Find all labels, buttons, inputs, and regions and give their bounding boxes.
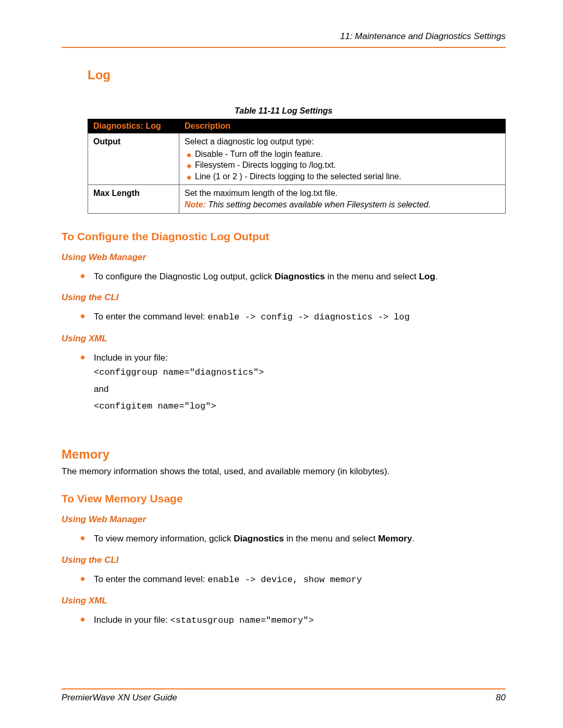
section-heading-memory: Memory — [62, 447, 506, 462]
text: To configure the Diagnostic Log output, … — [94, 272, 275, 281]
table-row: Output Select a diagnostic log output ty… — [88, 133, 506, 185]
table-caption: Table 11-11 Log Settings — [62, 106, 506, 116]
bold-text: Diagnostics — [234, 534, 284, 544]
list-item: Include in your file: — [80, 351, 506, 365]
method-heading-web: Using Web Manager — [62, 252, 506, 263]
body-list: Include in your file: — [62, 351, 506, 365]
table-cell-desc: Select a diagnostic log output type: ◆Di… — [179, 133, 506, 185]
text: Include in your file: — [94, 615, 170, 625]
text: Include in your file: — [94, 353, 168, 363]
table-note: Note: This setting becomes available whe… — [185, 199, 500, 211]
body-list: To view memory information, gclick Diagn… — [62, 532, 506, 546]
diamond-icon: ◆ — [187, 151, 195, 159]
bold-text: Log — [419, 272, 435, 281]
body-list: To enter the command level: enable -> de… — [62, 573, 506, 587]
list-item: To view memory information, gclick Diagn… — [80, 532, 506, 546]
table-cell-text: Select a diagnostic log output type: — [185, 137, 314, 146]
text: in the menu and select — [325, 272, 419, 281]
page-footer: PremierWave XN User Guide 80 — [62, 688, 506, 703]
table-cell-list: ◆Disable - Turn off the login feature. ◆… — [185, 149, 500, 182]
method-heading-xml: Using XML — [62, 334, 506, 344]
footer-page-number: 80 — [496, 693, 506, 703]
bold-text: Memory — [378, 534, 412, 544]
text: To view memory information, gclick — [94, 534, 234, 544]
table-cell-desc: Set the maximum length of the log.txt fi… — [179, 185, 506, 213]
table-cell-label: Output — [88, 133, 179, 185]
log-settings-table: Diagnostics: Log Description Output Sele… — [88, 119, 506, 214]
table-cell-text: Set the maximum length of the log.txt fi… — [185, 188, 500, 199]
list-item-text: Disable - Turn off the login feature. — [195, 150, 323, 158]
text: To enter the command level: — [94, 312, 207, 322]
body-list: Include in your file: <statusgroup name=… — [62, 613, 506, 627]
method-heading-cli: Using the CLI — [62, 555, 506, 565]
diamond-icon: ◆ — [187, 162, 195, 170]
header-rule — [62, 47, 506, 48]
list-item-text: Filesystem - Directs logging to /log.txt… — [195, 161, 336, 169]
body-list: To enter the command level: enable -> co… — [62, 310, 506, 324]
list-item-text: Line (1 or 2 ) - Directs logging to the … — [195, 172, 401, 181]
text-line: and — [94, 381, 506, 398]
table-row: Max Length Set the maximum length of the… — [88, 185, 506, 213]
code-line: <configitem name="log"> — [94, 398, 506, 415]
code-text: enable -> device, show memory — [207, 575, 362, 585]
table-cell-label: Max Length — [88, 185, 179, 213]
method-heading-cli: Using the CLI — [62, 292, 506, 303]
text: To enter the command level: — [94, 574, 207, 584]
note-body: This setting becomes available when File… — [206, 200, 431, 209]
method-heading-xml: Using XML — [62, 596, 506, 606]
diamond-icon: ◆ — [187, 173, 195, 181]
footer-rule — [62, 688, 506, 689]
list-item: Include in your file: <statusgroup name=… — [80, 613, 506, 627]
table-header-col2: Description — [179, 119, 506, 133]
list-item: To enter the command level: enable -> co… — [80, 310, 506, 324]
body-list: To configure the Diagnostic Log output, … — [62, 270, 506, 283]
table-header-col1: Diagnostics: Log — [88, 119, 179, 133]
code-text: enable -> config -> diagnostics -> log — [207, 312, 410, 322]
code-line: <configgroup name="diagnostics"> — [94, 364, 506, 381]
footer-guide-title: PremierWave XN User Guide — [62, 693, 177, 703]
code-text: <statusgroup name="memory"> — [170, 615, 313, 625]
subsection-heading-configure-log: To Configure the Diagnostic Log Output — [62, 230, 506, 243]
section-heading-log: Log — [88, 68, 506, 82]
method-heading-web: Using Web Manager — [62, 514, 506, 525]
note-label: Note: — [185, 200, 206, 209]
list-item: To configure the Diagnostic Log output, … — [80, 270, 506, 283]
body-paragraph: The memory information shows the total, … — [62, 465, 506, 478]
text: in the menu and select — [284, 534, 378, 544]
page-body: 11: Maintenance and Diagnostics Settings… — [0, 0, 563, 627]
list-item: To enter the command level: enable -> de… — [80, 573, 506, 587]
subsection-heading-view-memory: To View Memory Usage — [62, 492, 506, 505]
indented-block: <configgroup name="diagnostics"> and <co… — [94, 364, 506, 415]
running-header: 11: Maintenance and Diagnostics Settings — [62, 31, 506, 42]
bold-text: Diagnostics — [275, 272, 325, 281]
text: . — [435, 272, 438, 281]
text: . — [412, 534, 414, 544]
